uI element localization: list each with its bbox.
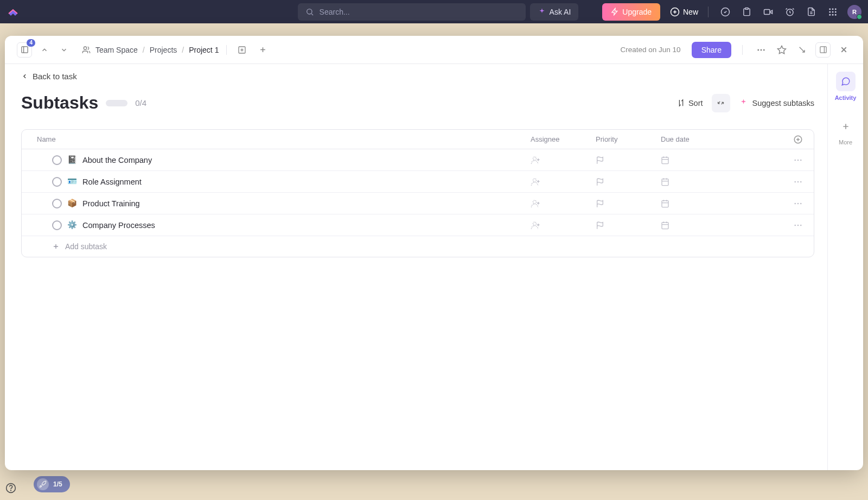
- search-placeholder: Search...: [320, 8, 350, 16]
- back-to-task-link[interactable]: Back to task: [21, 64, 814, 93]
- share-label: Share: [701, 46, 722, 54]
- breadcrumb-separator: /: [182, 46, 184, 54]
- col-due-date: Due date: [661, 135, 769, 143]
- svg-point-27: [794, 159, 796, 161]
- right-rail: Activity More: [827, 64, 863, 470]
- favorite-button[interactable]: [774, 42, 789, 58]
- svg-point-18: [84, 47, 86, 49]
- status-circle[interactable]: [52, 177, 62, 187]
- status-circle[interactable]: [52, 155, 62, 165]
- task-emoji: 📓: [67, 155, 77, 164]
- notepad-icon[interactable]: [807, 7, 816, 16]
- activity-label: Activity: [835, 94, 857, 101]
- minimize-button[interactable]: [795, 42, 810, 58]
- breadcrumb-space[interactable]: Team Space: [95, 46, 138, 54]
- svg-point-37: [794, 202, 796, 204]
- due-date-button[interactable]: [661, 199, 769, 208]
- close-button[interactable]: [836, 42, 851, 58]
- activity-button[interactable]: [836, 72, 856, 91]
- row-more-button[interactable]: [769, 177, 803, 187]
- suggest-label: Suggest subtasks: [752, 99, 814, 107]
- alarm-icon[interactable]: [785, 7, 795, 17]
- due-date-button[interactable]: [661, 178, 769, 186]
- table-header: Name Assignee Priority Due date: [22, 130, 814, 149]
- sidebar-toggle[interactable]: 4: [17, 42, 32, 58]
- apps-icon[interactable]: [828, 7, 838, 17]
- onboarding-progress[interactable]: 1/5: [34, 476, 70, 492]
- breadcrumb-task[interactable]: Project 1: [189, 46, 219, 54]
- row-more-button[interactable]: [769, 220, 803, 230]
- ask-ai-button[interactable]: Ask AI: [530, 3, 579, 21]
- onboarding-text: 1/5: [53, 480, 62, 488]
- name-cell: ⚙️Company Processes: [33, 220, 531, 230]
- row-more-button[interactable]: [769, 155, 803, 165]
- upgrade-label: Upgrade: [622, 8, 652, 16]
- svg-point-14: [835, 14, 837, 15]
- assignee-button[interactable]: [531, 199, 596, 208]
- svg-rect-26: [662, 157, 668, 163]
- assignee-button[interactable]: [531, 220, 596, 230]
- svg-point-39: [800, 202, 802, 204]
- breadcrumb-separator: /: [143, 46, 145, 54]
- upgrade-button[interactable]: Upgrade: [602, 3, 660, 21]
- share-button[interactable]: Share: [692, 42, 731, 58]
- rocket-icon: [37, 478, 49, 490]
- subtasks-table: Name Assignee Priority Due date 📓About t…: [21, 129, 814, 257]
- due-date-button[interactable]: [661, 221, 769, 230]
- svg-point-42: [794, 224, 796, 226]
- breadcrumb-folder[interactable]: Projects: [150, 46, 177, 54]
- svg-point-38: [797, 202, 799, 204]
- next-task-button[interactable]: [57, 43, 71, 57]
- user-avatar[interactable]: R: [847, 5, 861, 19]
- prev-task-button[interactable]: [37, 43, 52, 57]
- search-input[interactable]: Search...: [298, 3, 526, 21]
- task-emoji: 📦: [67, 199, 77, 208]
- priority-button[interactable]: [596, 199, 661, 208]
- col-add[interactable]: [769, 135, 803, 144]
- svg-rect-23: [820, 47, 826, 53]
- help-button[interactable]: [3, 480, 18, 496]
- table-row[interactable]: ⚙️Company Processes: [22, 214, 814, 236]
- plus-icon: [52, 243, 60, 250]
- priority-button[interactable]: [596, 221, 661, 230]
- new-window-button[interactable]: [234, 42, 250, 58]
- priority-button[interactable]: [596, 156, 661, 164]
- page-title: Subtasks: [21, 93, 98, 113]
- assignee-button[interactable]: [531, 155, 596, 165]
- video-icon[interactable]: [763, 7, 773, 17]
- new-button[interactable]: New: [670, 7, 698, 17]
- clipboard-icon[interactable]: [742, 7, 751, 16]
- col-priority: Priority: [596, 135, 661, 143]
- status-circle[interactable]: [52, 199, 62, 208]
- rail-add-button[interactable]: [838, 118, 854, 135]
- svg-point-40: [533, 222, 537, 225]
- svg-point-9: [829, 11, 831, 12]
- add-subtask-button[interactable]: Add subtask: [33, 242, 531, 251]
- expand-button[interactable]: [815, 42, 831, 58]
- row-more-button[interactable]: [769, 199, 803, 208]
- priority-button[interactable]: [596, 178, 661, 186]
- svg-point-16: [11, 490, 11, 491]
- task-emoji: 🪪: [67, 177, 77, 186]
- svg-point-34: [800, 181, 802, 182]
- assignee-button[interactable]: [531, 177, 596, 187]
- svg-point-0: [307, 9, 311, 14]
- collapse-button[interactable]: [712, 94, 730, 112]
- divider: [708, 7, 709, 17]
- sort-button[interactable]: Sort: [677, 99, 703, 107]
- svg-point-43: [797, 224, 799, 226]
- add-button[interactable]: [255, 42, 270, 58]
- app-logo[interactable]: [7, 5, 20, 18]
- suggest-subtasks-button[interactable]: Suggest subtasks: [739, 98, 814, 107]
- table-row[interactable]: 📓About the Company: [22, 149, 814, 171]
- check-circle-icon[interactable]: [720, 7, 730, 17]
- table-row[interactable]: 🪪Role Assignment: [22, 171, 814, 193]
- table-row[interactable]: 📦Product Training: [22, 193, 814, 214]
- task-name: Role Assignment: [82, 178, 142, 186]
- task-emoji: ⚙️: [67, 220, 77, 230]
- due-date-button[interactable]: [661, 156, 769, 164]
- back-label: Back to task: [33, 72, 77, 81]
- status-circle[interactable]: [52, 220, 62, 230]
- top-icon-group: [720, 7, 838, 17]
- more-menu-button[interactable]: [754, 42, 769, 58]
